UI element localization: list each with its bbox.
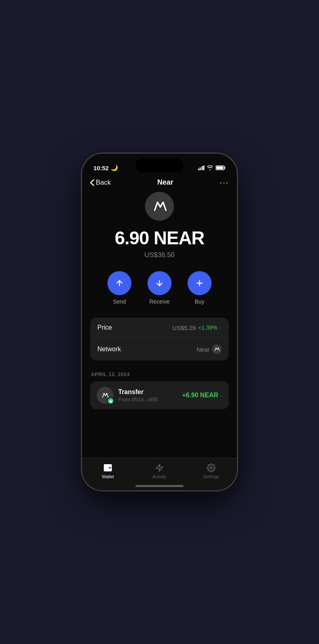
signal-icon	[198, 165, 205, 170]
transaction-badge	[107, 397, 114, 405]
battery-icon	[216, 165, 226, 171]
moon-icon: 🌙	[111, 164, 118, 171]
nav-item-settings[interactable]: Settings	[195, 463, 227, 479]
wallet-icon	[103, 463, 113, 473]
network-label: Network	[97, 346, 121, 353]
transaction-amount: +6.90 NEAR	[182, 392, 218, 399]
svg-marker-9	[156, 464, 163, 471]
price-row[interactable]: Price US$5.29 +1.39% ›	[90, 318, 229, 338]
time-display: 10:52	[93, 165, 109, 171]
transaction-type: Transfer	[118, 388, 177, 396]
network-value: Near	[196, 344, 222, 354]
status-icons	[198, 165, 226, 171]
activity-section: APRIL 12, 2024	[90, 372, 229, 409]
svg-rect-2	[216, 166, 224, 169]
activity-date: APRIL 12, 2024	[90, 372, 229, 377]
status-time: 10:52 🌙	[93, 164, 118, 171]
network-icon	[212, 344, 222, 354]
network-name: Near	[196, 346, 210, 353]
info-card: Price US$5.29 +1.39% › Network Near	[90, 318, 229, 360]
buy-label: Buy	[195, 298, 204, 305]
receive-label: Receive	[149, 298, 170, 305]
transaction-amount-wrapper: +6.90 NEAR ›	[182, 392, 222, 399]
activity-icon	[155, 463, 164, 473]
transaction-icon-wrapper	[97, 387, 113, 404]
activity-nav-label: Activity	[153, 474, 167, 479]
price-label: Price	[97, 324, 112, 331]
page-title: Near	[157, 178, 174, 187]
wifi-icon	[207, 165, 213, 171]
svg-point-10	[210, 467, 212, 469]
send-button[interactable]	[107, 271, 131, 295]
main-content: 6.90 NEAR US$36.50 Send	[82, 192, 237, 409]
buy-button-wrapper: Buy	[188, 271, 212, 305]
settings-nav-label: Settings	[203, 474, 219, 479]
back-label: Back	[96, 179, 111, 187]
send-label: Send	[113, 298, 126, 305]
price-change: +1.39%	[198, 324, 217, 331]
token-icon	[145, 192, 174, 221]
home-indicator	[135, 485, 184, 487]
svg-point-8	[109, 467, 110, 468]
transaction-from: From 051d...df95	[118, 396, 177, 402]
nav-bar: Back Near ···	[82, 175, 237, 192]
back-button[interactable]: Back	[90, 179, 111, 187]
more-button[interactable]: ···	[220, 178, 229, 187]
price-chevron-icon: ›	[220, 324, 222, 331]
network-row: Network Near	[90, 338, 229, 360]
phone-frame: 10:52 🌙	[81, 153, 238, 491]
price-amount: US$5.29	[172, 324, 196, 331]
svg-rect-1	[225, 167, 226, 169]
receive-button-wrapper: Receive	[147, 271, 172, 305]
transaction-chevron-icon: ›	[221, 392, 222, 398]
dynamic-island	[135, 159, 184, 172]
balance-usd: US$36.50	[144, 251, 175, 259]
nav-item-activity[interactable]: Activity	[143, 463, 176, 479]
action-buttons: Send Receive Buy	[90, 271, 229, 305]
buy-button[interactable]	[188, 271, 212, 295]
receive-button[interactable]	[147, 271, 172, 295]
nav-item-wallet[interactable]: Wallet	[92, 463, 124, 479]
wallet-nav-label: Wallet	[102, 474, 114, 479]
send-button-wrapper: Send	[107, 271, 131, 305]
price-value: US$5.29 +1.39% ›	[172, 324, 222, 331]
token-balance: 6.90 NEAR	[115, 227, 204, 249]
transaction-card[interactable]: Transfer From 051d...df95 +6.90 NEAR ›	[90, 381, 229, 409]
transaction-info: Transfer From 051d...df95	[118, 388, 177, 402]
settings-icon	[206, 463, 216, 473]
